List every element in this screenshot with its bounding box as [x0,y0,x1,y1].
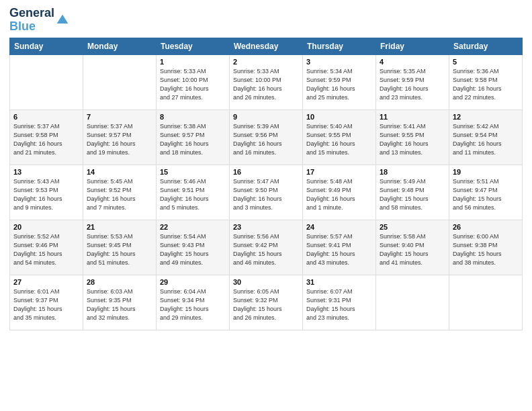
calendar-cell: 15Sunrise: 5:46 AM Sunset: 9:51 PM Dayli… [157,165,230,220]
weekday-header: Tuesday [157,38,230,54]
calendar-cell: 20Sunrise: 5:52 AM Sunset: 9:46 PM Dayli… [10,220,83,275]
calendar-cell [449,275,523,330]
day-info: Sunrise: 5:39 AM Sunset: 9:56 PM Dayligh… [233,122,299,157]
day-number: 28 [87,278,152,286]
day-info: Sunrise: 6:03 AM Sunset: 9:35 PM Dayligh… [87,287,152,322]
calendar-week-row: 27Sunrise: 6:01 AM Sunset: 9:37 PM Dayli… [10,275,523,330]
calendar-cell [10,54,83,109]
day-number: 15 [160,168,226,176]
day-info: Sunrise: 5:45 AM Sunset: 9:52 PM Dayligh… [87,177,152,212]
calendar-cell: 28Sunrise: 6:03 AM Sunset: 9:35 PM Dayli… [83,275,157,330]
day-info: Sunrise: 5:41 AM Sunset: 9:55 PM Dayligh… [380,122,445,157]
day-info: Sunrise: 5:33 AM Sunset: 10:00 PM Daylig… [160,67,226,102]
calendar-cell: 13Sunrise: 5:43 AM Sunset: 9:53 PM Dayli… [10,165,83,220]
weekday-header: Saturday [449,38,523,54]
calendar-cell: 7Sunrise: 5:37 AM Sunset: 9:57 PM Daylig… [83,109,157,165]
weekday-header: Monday [83,38,157,54]
calendar-cell: 30Sunrise: 6:05 AM Sunset: 9:32 PM Dayli… [230,275,303,330]
calendar-page: GeneralBlue SundayMondayTuesdayWednesday… [0,0,532,411]
day-number: 9 [233,113,299,121]
svg-marker-0 [57,14,69,23]
day-info: Sunrise: 6:07 AM Sunset: 9:31 PM Dayligh… [306,287,372,322]
calendar-cell: 25Sunrise: 5:58 AM Sunset: 9:40 PM Dayli… [376,220,449,275]
day-info: Sunrise: 6:05 AM Sunset: 9:32 PM Dayligh… [233,287,299,322]
day-number: 7 [87,113,152,121]
day-number: 8 [160,113,226,121]
calendar-cell: 6Sunrise: 5:37 AM Sunset: 9:58 PM Daylig… [10,109,83,165]
day-info: Sunrise: 5:49 AM Sunset: 9:48 PM Dayligh… [380,177,445,212]
weekday-header: Sunday [10,38,83,54]
logo-icon [56,13,69,27]
day-number: 6 [13,113,79,121]
day-number: 1 [160,58,226,66]
calendar-cell: 21Sunrise: 5:53 AM Sunset: 9:45 PM Dayli… [83,220,157,275]
day-number: 29 [160,278,226,286]
day-number: 5 [453,58,519,66]
calendar-cell: 29Sunrise: 6:04 AM Sunset: 9:34 PM Dayli… [157,275,230,330]
calendar-cell [376,275,449,330]
weekday-header: Wednesday [230,38,303,54]
header: GeneralBlue [9,7,523,34]
day-info: Sunrise: 5:36 AM Sunset: 9:58 PM Dayligh… [453,67,519,102]
day-number: 22 [160,223,226,231]
day-number: 30 [233,278,299,286]
day-info: Sunrise: 5:33 AM Sunset: 10:00 PM Daylig… [233,67,299,102]
calendar-table: SundayMondayTuesdayWednesdayThursdayFrid… [9,38,523,330]
day-info: Sunrise: 5:34 AM Sunset: 9:59 PM Dayligh… [306,67,372,102]
calendar-cell: 26Sunrise: 6:00 AM Sunset: 9:38 PM Dayli… [449,220,523,275]
calendar-cell: 16Sunrise: 5:47 AM Sunset: 9:50 PM Dayli… [230,165,303,220]
day-info: Sunrise: 5:42 AM Sunset: 9:54 PM Dayligh… [453,122,519,157]
day-number: 11 [380,113,445,121]
day-info: Sunrise: 5:43 AM Sunset: 9:53 PM Dayligh… [13,177,79,212]
day-number: 17 [306,168,372,176]
day-info: Sunrise: 5:58 AM Sunset: 9:40 PM Dayligh… [380,232,445,267]
day-info: Sunrise: 5:48 AM Sunset: 9:49 PM Dayligh… [306,177,372,212]
day-info: Sunrise: 6:00 AM Sunset: 9:38 PM Dayligh… [453,232,519,267]
calendar-cell [83,54,157,109]
day-number: 23 [233,223,299,231]
calendar-cell: 2Sunrise: 5:33 AM Sunset: 10:00 PM Dayli… [230,54,303,109]
calendar-cell: 19Sunrise: 5:51 AM Sunset: 9:47 PM Dayli… [449,165,523,220]
day-info: Sunrise: 5:35 AM Sunset: 9:59 PM Dayligh… [380,67,445,102]
day-info: Sunrise: 5:52 AM Sunset: 9:46 PM Dayligh… [13,232,79,267]
calendar-cell: 14Sunrise: 5:45 AM Sunset: 9:52 PM Dayli… [83,165,157,220]
calendar-cell: 22Sunrise: 5:54 AM Sunset: 9:43 PM Dayli… [157,220,230,275]
weekday-header: Friday [376,38,449,54]
day-info: Sunrise: 5:53 AM Sunset: 9:45 PM Dayligh… [87,232,152,267]
logo-area: GeneralBlue [9,7,69,34]
day-number: 10 [306,113,372,121]
day-number: 16 [233,168,299,176]
calendar-cell: 17Sunrise: 5:48 AM Sunset: 9:49 PM Dayli… [303,165,376,220]
day-info: Sunrise: 5:47 AM Sunset: 9:50 PM Dayligh… [233,177,299,212]
day-number: 20 [13,223,79,231]
calendar-cell: 10Sunrise: 5:40 AM Sunset: 9:55 PM Dayli… [303,109,376,165]
calendar-cell: 9Sunrise: 5:39 AM Sunset: 9:56 PM Daylig… [230,109,303,165]
calendar-cell: 24Sunrise: 5:57 AM Sunset: 9:41 PM Dayli… [303,220,376,275]
day-number: 27 [13,278,79,286]
calendar-cell: 8Sunrise: 5:38 AM Sunset: 9:57 PM Daylig… [157,109,230,165]
day-number: 31 [306,278,372,286]
day-info: Sunrise: 5:38 AM Sunset: 9:57 PM Dayligh… [160,122,226,157]
day-info: Sunrise: 5:40 AM Sunset: 9:55 PM Dayligh… [306,122,372,157]
calendar-week-row: 20Sunrise: 5:52 AM Sunset: 9:46 PM Dayli… [10,220,523,275]
weekday-header-row: SundayMondayTuesdayWednesdayThursdayFrid… [10,38,523,54]
day-info: Sunrise: 5:51 AM Sunset: 9:47 PM Dayligh… [453,177,519,212]
day-number: 12 [453,113,519,121]
calendar-cell: 23Sunrise: 5:56 AM Sunset: 9:42 PM Dayli… [230,220,303,275]
calendar-cell: 18Sunrise: 5:49 AM Sunset: 9:48 PM Dayli… [376,165,449,220]
calendar-cell: 1Sunrise: 5:33 AM Sunset: 10:00 PM Dayli… [157,54,230,109]
calendar-cell: 5Sunrise: 5:36 AM Sunset: 9:58 PM Daylig… [449,54,523,109]
day-number: 21 [87,223,152,231]
day-info: Sunrise: 5:37 AM Sunset: 9:57 PM Dayligh… [87,122,152,157]
day-number: 4 [380,58,445,66]
calendar-cell: 27Sunrise: 6:01 AM Sunset: 9:37 PM Dayli… [10,275,83,330]
day-number: 19 [453,168,519,176]
day-info: Sunrise: 6:04 AM Sunset: 9:34 PM Dayligh… [160,287,226,322]
calendar-cell: 11Sunrise: 5:41 AM Sunset: 9:55 PM Dayli… [376,109,449,165]
calendar-cell: 12Sunrise: 5:42 AM Sunset: 9:54 PM Dayli… [449,109,523,165]
calendar-cell: 31Sunrise: 6:07 AM Sunset: 9:31 PM Dayli… [303,275,376,330]
day-number: 24 [306,223,372,231]
calendar-week-row: 6Sunrise: 5:37 AM Sunset: 9:58 PM Daylig… [10,109,523,165]
day-info: Sunrise: 5:56 AM Sunset: 9:42 PM Dayligh… [233,232,299,267]
day-info: Sunrise: 5:46 AM Sunset: 9:51 PM Dayligh… [160,177,226,212]
